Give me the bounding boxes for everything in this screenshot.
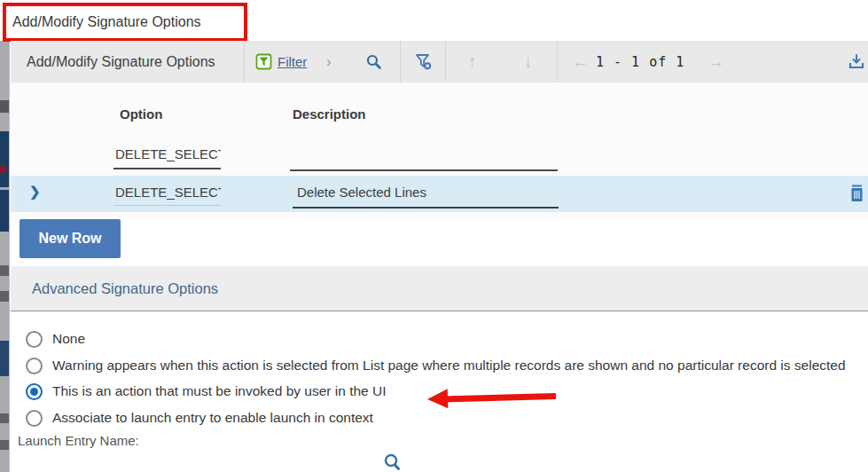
search-icon[interactable]	[365, 41, 383, 83]
toolbar-divider	[244, 41, 245, 83]
option-filter-underline	[113, 168, 221, 169]
launch-entry-lookup-icon[interactable]	[383, 453, 403, 472]
sliver-navy-block	[0, 190, 9, 232]
pagination-label: 1 - 1 of 1	[596, 41, 684, 83]
page-title: Add/Modify Signature Options	[12, 14, 201, 30]
description-filter-underline	[290, 169, 558, 171]
description-cell[interactable]: Delete Selected Lines	[297, 185, 563, 200]
add-modify-signature-options-dialog: Add/Modify Signature Options Add/Modify …	[0, 0, 868, 472]
radio-icon[interactable]	[26, 383, 43, 400]
next-row-icon[interactable]: ↓	[524, 41, 533, 83]
delete-row-icon[interactable]	[849, 184, 864, 203]
sliver-mark	[0, 413, 9, 423]
sliver-divider	[9, 41, 10, 472]
filter-link[interactable]: Filter	[278, 41, 307, 83]
sliver-maroon-mark	[0, 165, 6, 174]
radio-option-warning[interactable]: Warning appears when this action is sele…	[26, 356, 846, 375]
radio-label: Associate to launch entry to enable laun…	[52, 410, 373, 426]
radio-icon[interactable]	[26, 358, 43, 374]
previous-row-icon[interactable]: ↑	[468, 41, 477, 83]
advanced-options-header: Advanced Signature Options	[11, 266, 868, 311]
radio-icon[interactable]	[26, 331, 43, 348]
previous-page-icon[interactable]: ←	[572, 41, 589, 83]
annotation-arrow	[427, 386, 558, 409]
next-page-icon[interactable]: →	[708, 41, 724, 83]
launch-entry-name-label: Launch Entry Name:	[18, 433, 139, 448]
filter-expand-icon[interactable]: ›	[326, 41, 332, 83]
radio-icon[interactable]	[26, 410, 43, 427]
radio-label: This is an action that must be invoked b…	[52, 383, 387, 399]
toolbar-divider	[445, 41, 446, 83]
download-icon[interactable]	[848, 41, 865, 83]
sliver-navy-block	[0, 131, 9, 187]
description-cell-underline	[293, 207, 559, 208]
sliver-mark	[0, 291, 9, 302]
radio-option-launch-in-context[interactable]: Associate to launch entry to enable laun…	[26, 408, 373, 428]
sliver-mark	[0, 440, 9, 450]
expand-row-icon[interactable]: ❯	[29, 184, 41, 200]
sliver-mark	[0, 100, 9, 113]
option-cell[interactable]: DELETE_SELECT	[115, 185, 221, 200]
annotation-title-box: Add/Modify Signature Options	[3, 3, 247, 42]
clear-filter-icon[interactable]	[415, 41, 433, 83]
new-row-button[interactable]: New Row	[20, 219, 121, 258]
sliver-mark	[0, 265, 9, 276]
radio-label: Warning appears when this action is sele…	[52, 358, 846, 374]
column-header-description: Description	[293, 106, 366, 122]
advanced-options-title: Advanced Signature Options	[32, 280, 218, 297]
signature-options-table: Option Description DELETE_SELECT ❯ DELET…	[11, 83, 868, 219]
section-title: Add/Modify Signature Options	[27, 41, 215, 83]
radio-option-invoked-by-user[interactable]: This is an action that must be invoked b…	[26, 382, 387, 401]
option-cell-underline	[113, 205, 221, 206]
toolbar-divider	[400, 41, 401, 83]
filter-table-icon[interactable]	[255, 41, 272, 83]
option-filter-input[interactable]: DELETE_SELECT	[115, 146, 221, 161]
section-toolbar: Add/Modify Signature Options Filter ›	[11, 41, 868, 83]
annotation-arrow-shaft	[445, 393, 556, 402]
radio-option-none[interactable]: None	[26, 329, 85, 349]
table-row-selected[interactable]: ❯ DELETE_SELECT Delete Selected Lines	[11, 176, 868, 212]
column-header-option: Option	[120, 106, 162, 122]
sliver-navy-block	[0, 341, 9, 376]
radio-label: None	[52, 331, 85, 347]
toolbar-divider	[557, 41, 558, 83]
